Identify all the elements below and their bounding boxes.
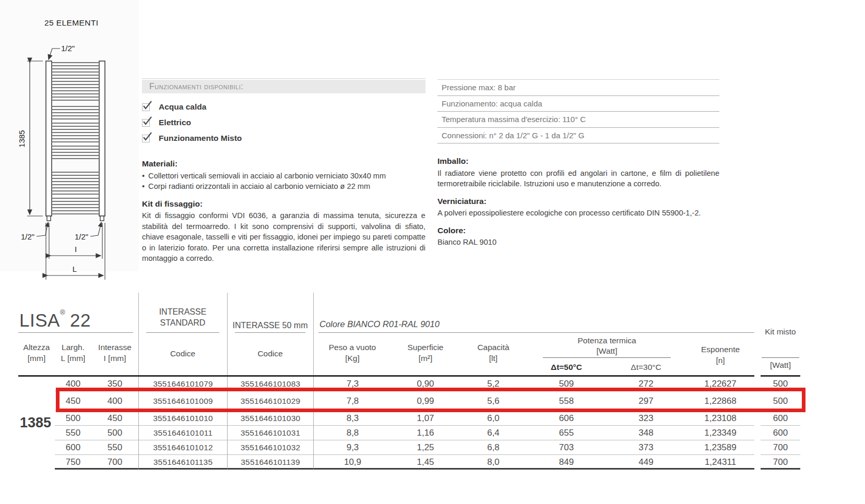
cell-kit-misto: 500 <box>761 391 800 411</box>
cell-kit-misto: 500 <box>761 377 800 391</box>
cell-dt50: 655 <box>527 426 606 440</box>
cell-interasse: 350 <box>91 377 138 391</box>
divider-line <box>142 78 425 79</box>
cell-superficie: 0,99 <box>392 391 459 411</box>
painting-block: Verniciatura: A polveri epossipoliestere… <box>437 196 719 219</box>
datasheet-page: 25 ELEMENTI 1/2" <box>0 0 865 504</box>
cell-gap <box>754 377 761 391</box>
materials-block: Materiali: • Collettori verticali semiov… <box>142 159 425 192</box>
header-underline <box>235 332 305 333</box>
product-series: 22 <box>70 310 91 330</box>
cell-larghezza: 500 <box>55 411 91 426</box>
table-row: 500 450 3551646101010 3551646101030 8,3 … <box>18 411 825 426</box>
painting-heading: Verniciatura: <box>437 196 719 207</box>
interasse-dimension-label: I <box>75 245 77 254</box>
cell-codice-standard: 3551646101135 <box>138 455 227 470</box>
product-title: LISA®22 <box>19 308 91 331</box>
cell-dt30: 297 <box>606 391 686 411</box>
cell-peso: 8,8 <box>313 426 392 440</box>
materials-list: • Collettori verticali semiovali in acci… <box>142 171 425 192</box>
header-underline <box>18 332 133 333</box>
cell-peso: 10,9 <box>313 455 392 470</box>
spec-line: Temperatura massima d'esercizio: 110° C <box>437 112 719 128</box>
feature-item: Funzionamento Misto <box>142 130 425 146</box>
cell-superficie: 1,16 <box>392 426 459 440</box>
cell-esponente: 1,23349 <box>686 426 754 440</box>
checkbox-checked-icon <box>142 103 150 111</box>
header-bottom-border <box>761 375 800 377</box>
cell-dt30: 348 <box>606 426 686 440</box>
cell-altezza <box>18 440 55 455</box>
header-underline <box>146 332 219 333</box>
bottom-left-connection-label: 1/2" <box>21 232 34 241</box>
height-dimension-label: 1385 <box>17 130 26 147</box>
cell-gap <box>754 411 761 426</box>
col-header-superficie: Superficie[m²] <box>392 342 459 364</box>
cell-dt30: 323 <box>606 411 686 426</box>
cell-kit-misto: 700 <box>761 455 800 470</box>
features-list: Acqua calda Elettrico Funzionamento Mist… <box>142 99 425 146</box>
cell-capacita: 5,6 <box>459 391 527 411</box>
specs-section: Pressione max: 8 bar Funzionamento: acqu… <box>437 79 719 248</box>
cell-codice-50: 3551646101029 <box>227 391 313 411</box>
table-row: 550 500 3551646101011 3551646101031 8,8 … <box>18 426 825 440</box>
cell-capacita: 5,2 <box>459 377 527 391</box>
cell-codice-50: 3551646101030 <box>227 411 313 426</box>
cell-codice-standard: 3551646101012 <box>138 440 227 455</box>
col-header-capacita: Capacità[lt] <box>459 342 527 364</box>
col-header-codice-50: Codice <box>227 348 313 359</box>
table-header: LISA®22 INTERASSE STANDARD INTERASSE 50 … <box>18 290 825 377</box>
cell-interasse: 400 <box>91 391 138 411</box>
altezza-group-value: 1385 <box>18 415 53 431</box>
radiator-drawing: 25 ELEMENTI 1/2" <box>16 10 141 287</box>
cell-interasse: 550 <box>91 440 138 455</box>
cell-kit-misto: 600 <box>761 411 800 426</box>
feature-label: Elettrico <box>159 118 191 127</box>
packaging-text: Il radiatore viene protetto con profili … <box>437 168 719 189</box>
cell-dt50: 606 <box>527 411 606 426</box>
cell-dt30: 272 <box>606 377 686 391</box>
col-header-dt50: Δt=50°C <box>527 361 606 374</box>
cell-interasse: 450 <box>91 411 138 426</box>
cell-codice-50: 3551646101139 <box>227 455 313 470</box>
cell-superficie: 1,25 <box>392 440 459 455</box>
spec-line: Connessioni: n° 2 da 1/2" G - 1 da 1/2" … <box>437 128 719 144</box>
right-collector <box>99 61 105 216</box>
fixing-kit-text: Kit di fissaggio conformi VDI 6036, a ga… <box>142 210 425 264</box>
feature-label: Funzionamento Misto <box>159 134 242 143</box>
col-header-interasse: InterasseI [mm] <box>91 342 138 364</box>
col-header-dt30: Δt=30°C <box>606 361 686 374</box>
cell-codice-standard: 3551646101079 <box>138 377 227 391</box>
table-row: 600 550 3551646101012 3551646101032 9,3 … <box>18 440 825 455</box>
feature-item: Acqua calda <box>142 99 425 115</box>
col-group-interasse-standard: INTERASSE STANDARD <box>138 306 227 328</box>
cell-gap <box>754 391 761 411</box>
cell-gap <box>754 426 761 440</box>
right-stub <box>100 216 104 221</box>
bottom-mid-leader <box>90 222 101 236</box>
materials-heading: Materiali: <box>142 159 425 170</box>
header-underline <box>318 332 754 333</box>
cell-interasse: 700 <box>91 455 138 470</box>
cell-interasse: 500 <box>91 426 138 440</box>
feature-item: Elettrico <box>142 115 425 130</box>
col-header-codice-std: Codice <box>138 348 227 359</box>
cell-codice-standard: 3551646101009 <box>138 391 227 411</box>
larghezza-dimension-label: L <box>73 265 77 273</box>
left-stub <box>47 216 51 221</box>
bullet-icon: • <box>142 181 145 192</box>
cell-gap <box>754 455 761 470</box>
table-rows: 400 350 3551646101079 3551646101083 7,3 … <box>18 377 825 470</box>
cell-capacita: 8,0 <box>459 455 527 470</box>
cell-dt50: 509 <box>527 377 606 391</box>
col-header-larghezza: Largh.L [mm] <box>55 342 91 364</box>
cell-dt50: 849 <box>527 455 606 470</box>
bullet-item: • Corpi radianti orizzontali in acciaio … <box>142 181 425 192</box>
cell-gap <box>754 440 761 455</box>
cell-codice-50: 3551646101083 <box>227 377 313 391</box>
radiator-diagram: 1/2" 1385 1/2" 1/2" I L <box>16 32 136 287</box>
column-divider <box>138 293 139 375</box>
col-header-peso: Peso a vuoto[Kg] <box>313 342 392 364</box>
drawing-title: 25 ELEMENTI <box>44 18 98 28</box>
cell-codice-50: 3551646101031 <box>227 426 313 440</box>
